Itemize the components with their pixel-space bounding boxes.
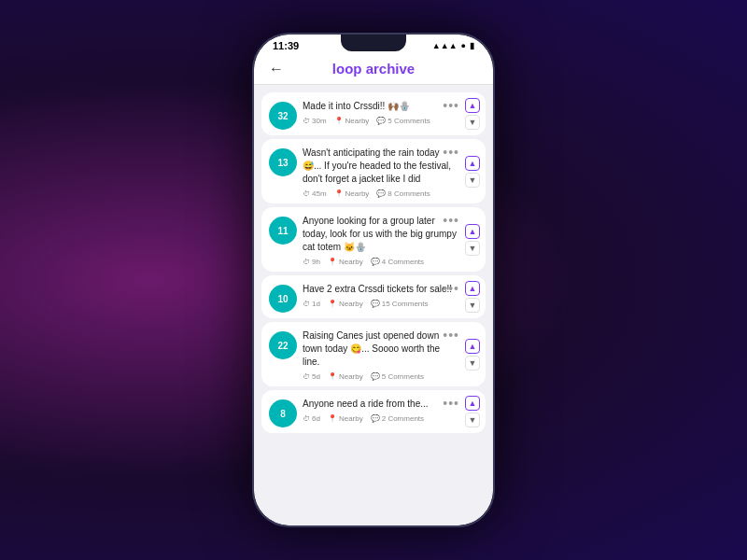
post-meta: ⏱ 30m 📍 Nearby 💬 5 Comments (303, 117, 459, 125)
upvote-button[interactable]: ▲ (465, 281, 480, 296)
post-card: 13 Wasn't anticipating the rain today 😅.… (261, 139, 486, 203)
vote-controls: ▲ ▼ (465, 281, 480, 313)
post-location: 📍 Nearby (328, 300, 363, 308)
post-card: 11 Anyone looking for a group later toda… (261, 207, 486, 272)
post-location: 📍 Nearby (328, 258, 363, 266)
post-comments: 💬 15 Comments (371, 300, 429, 308)
avatar: 32 (269, 102, 297, 130)
page-title: loop archive (332, 61, 415, 77)
header: ← loop archive (254, 53, 493, 85)
comment-icon: 💬 (371, 300, 380, 308)
avatar: 13 (269, 148, 297, 176)
post-card: 32 Made it into Crssdi!! 🙌🏾🪬 ⏱ 30m 📍 Nea… (261, 92, 486, 135)
post-card: 22 Raising Canes just opened down town t… (261, 322, 486, 386)
pin-icon: 📍 (328, 300, 337, 308)
post-location: 📍 Nearby (334, 117, 370, 125)
post-time: ⏱ 6d (303, 414, 320, 423)
post-meta: ⏱ 6d 📍 Nearby 💬 2 Comments (303, 414, 459, 423)
post-card: 8 Anyone need a ride from the... ⏱ 6d 📍 … (261, 390, 486, 433)
post-meta: ⏱ 5d 📍 Nearby 💬 5 Comments (303, 372, 459, 381)
post-meta: ⏱ 1d 📍 Nearby 💬 15 Comments (303, 300, 459, 308)
post-text: Have 2 extra Crssdi tickets for sale!! (303, 283, 459, 296)
pin-icon: 📍 (334, 189, 344, 198)
vote-controls: ▲ ▼ (465, 339, 480, 371)
post-meta: ⏱ 45m 📍 Nearby 💬 8 Comments (303, 189, 459, 198)
status-time: 11:39 (273, 40, 299, 51)
downvote-button[interactable]: ▼ (465, 356, 480, 371)
clock-icon: ⏱ (303, 414, 310, 423)
post-time: ⏱ 5d (303, 372, 320, 381)
comment-icon: 💬 (371, 414, 380, 423)
clock-icon: ⏱ (303, 372, 310, 381)
post-time: ⏱ 45m (303, 189, 327, 198)
phone-frame: 11:39 ▲▲▲ ● ▮ ← loop archive 32 Made it … (252, 33, 495, 527)
status-icons: ▲▲▲ ● ▮ (432, 41, 474, 50)
downvote-button[interactable]: ▼ (465, 241, 480, 256)
post-text: Wasn't anticipating the rain today 😅... … (303, 147, 459, 186)
downvote-button[interactable]: ▼ (465, 413, 480, 427)
post-menu-dots[interactable]: ••• (443, 281, 459, 296)
avatar: 22 (269, 331, 297, 359)
vote-controls: ▲ ▼ (465, 224, 480, 256)
post-text: Made it into Crssdi!! 🙌🏾🪬 (303, 100, 459, 113)
back-button[interactable]: ← (269, 61, 284, 77)
post-comments: 💬 4 Comments (371, 258, 424, 266)
vote-controls: ▲ ▼ (465, 396, 480, 427)
downvote-button[interactable]: ▼ (465, 173, 480, 188)
post-time: ⏱ 1d (303, 300, 320, 308)
post-comments: 💬 5 Comments (371, 372, 424, 381)
post-text: Anyone looking for a group later today, … (303, 215, 459, 254)
notch (341, 35, 406, 51)
wifi-icon: ● (461, 41, 466, 50)
phone-screen: 11:39 ▲▲▲ ● ▮ ← loop archive 32 Made it … (254, 35, 493, 525)
post-menu-dots[interactable]: ••• (443, 328, 459, 343)
post-card: 10 Have 2 extra Crssdi tickets for sale!… (261, 275, 486, 318)
pin-icon: 📍 (328, 414, 337, 423)
pin-icon: 📍 (328, 258, 337, 266)
post-meta: ⏱ 9h 📍 Nearby 💬 4 Comments (303, 258, 459, 266)
post-menu-dots[interactable]: ••• (443, 213, 459, 228)
vote-controls: ▲ ▼ (465, 156, 480, 188)
upvote-button[interactable]: ▲ (465, 224, 480, 239)
post-location: 📍 Nearby (334, 189, 370, 198)
avatar: 11 (269, 217, 297, 245)
pin-icon: 📍 (328, 372, 337, 381)
post-comments: 💬 8 Comments (376, 189, 430, 198)
downvote-button[interactable]: ▼ (465, 298, 480, 313)
post-menu-dots[interactable]: ••• (443, 145, 459, 160)
comment-icon: 💬 (371, 372, 380, 381)
comment-icon: 💬 (376, 189, 386, 198)
post-location: 📍 Nearby (328, 372, 363, 381)
clock-icon: ⏱ (303, 189, 310, 198)
signal-icon: ▲▲▲ (432, 41, 458, 50)
upvote-button[interactable]: ▲ (465, 156, 480, 171)
post-comments: 💬 5 Comments (376, 117, 430, 125)
post-time: ⏱ 9h (303, 258, 320, 266)
clock-icon: ⏱ (303, 300, 310, 308)
upvote-button[interactable]: ▲ (465, 98, 480, 113)
battery-icon: ▮ (470, 41, 474, 50)
post-time: ⏱ 30m (303, 117, 327, 125)
vote-controls: ▲ ▼ (465, 98, 480, 130)
post-comments: 💬 2 Comments (371, 414, 424, 423)
post-text: Raising Canes just opened down town toda… (303, 329, 459, 369)
upvote-button[interactable]: ▲ (465, 339, 480, 354)
comment-icon: 💬 (376, 117, 386, 125)
upvote-button[interactable]: ▲ (465, 396, 480, 411)
post-feed: 32 Made it into Crssdi!! 🙌🏾🪬 ⏱ 30m 📍 Nea… (254, 85, 493, 525)
avatar: 10 (269, 285, 297, 313)
clock-icon: ⏱ (303, 117, 310, 125)
pin-icon: 📍 (334, 117, 344, 125)
comment-icon: 💬 (371, 258, 380, 266)
post-location: 📍 Nearby (328, 414, 363, 423)
downvote-button[interactable]: ▼ (465, 115, 480, 130)
post-menu-dots[interactable]: ••• (443, 98, 459, 113)
post-menu-dots[interactable]: ••• (443, 396, 459, 411)
clock-icon: ⏱ (303, 258, 310, 266)
avatar: 8 (269, 399, 297, 427)
post-text: Anyone need a ride from the... (303, 398, 459, 411)
